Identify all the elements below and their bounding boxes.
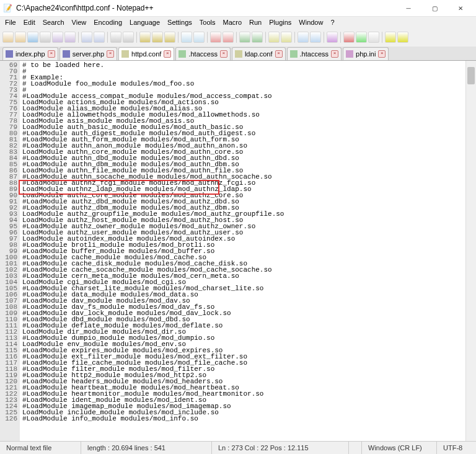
tab-close-icon[interactable]: ×	[331, 50, 338, 58]
status-eol: Windows (CR LF)	[362, 442, 437, 454]
title-bar: 📝 C:\Apache24\conf\httpd.conf - Notepad+…	[0, 0, 476, 17]
toolbar-button-30[interactable]	[310, 32, 321, 43]
toolbar-button-4[interactable]	[52, 32, 63, 43]
status-position: Ln : 273 Col : 22 Pos : 12.115	[212, 442, 349, 454]
toolbar	[0, 28, 476, 47]
toolbar-button-17[interactable]	[181, 32, 192, 43]
menu-item-plugins[interactable]: Plugins	[265, 17, 295, 27]
toolbar-button-8[interactable]	[94, 32, 105, 43]
menu-item-[interactable]: ?	[327, 17, 338, 27]
line-number-gutter: 6970717273747576777879808182838485868788…	[0, 61, 20, 441]
file-icon	[346, 50, 353, 58]
toolbar-button-10[interactable]	[110, 32, 121, 43]
toolbar-separator	[207, 32, 208, 43]
toolbar-separator	[294, 32, 295, 43]
editor-area[interactable]: 6970717273747576777879808182838485868788…	[0, 61, 476, 441]
toolbar-button-5[interactable]	[64, 32, 76, 43]
menu-item-search[interactable]: Search	[39, 17, 68, 27]
menu-item-window[interactable]: Window	[295, 17, 327, 27]
window-title: C:\Apache24\conf\httpd.conf - Notepad++	[16, 4, 395, 12]
tab-close-icon[interactable]: ×	[220, 50, 227, 58]
toolbar-button-29[interactable]	[298, 32, 309, 43]
toolbar-button-18[interactable]	[193, 32, 205, 43]
tab-label: .htaccess	[300, 50, 328, 58]
toolbar-button-20[interactable]	[210, 32, 221, 43]
toolbar-button-24[interactable]	[252, 32, 263, 43]
toolbar-button-39[interactable]	[397, 32, 408, 43]
menu-item-macro[interactable]: Macro	[219, 17, 245, 27]
window-controls: ─ ▢ ✕	[395, 0, 474, 16]
tab-indexphp[interactable]: index.php×	[2, 47, 58, 60]
status-filetype: Normal text file	[0, 442, 81, 454]
tab-close-icon[interactable]: ×	[164, 50, 171, 58]
toolbar-button-15[interactable]	[164, 32, 175, 43]
app-icon: 📝	[2, 3, 12, 13]
menu-item-view[interactable]: View	[68, 17, 90, 27]
toolbar-separator	[107, 32, 108, 43]
file-icon	[6, 50, 13, 58]
menu-item-settings[interactable]: Settings	[164, 17, 196, 27]
toolbar-button-1[interactable]	[15, 32, 26, 43]
tab-serverphp[interactable]: server.php×	[60, 47, 117, 60]
tab-label: .htaccess	[188, 50, 217, 58]
tab-close-icon[interactable]: ×	[48, 50, 55, 58]
tab-phpini[interactable]: php.ini×	[343, 47, 389, 60]
tab-bar: index.php×server.php×httpd.conf×.htacces…	[0, 47, 476, 61]
toolbar-separator	[265, 32, 266, 43]
toolbar-separator	[236, 32, 237, 43]
toolbar-button-2[interactable]	[27, 32, 38, 43]
toolbar-button-21[interactable]	[223, 32, 234, 43]
menu-item-file[interactable]: File	[1, 17, 20, 27]
file-icon	[235, 50, 242, 58]
tab-label: httpd.conf	[131, 50, 161, 58]
tab-httpdconf[interactable]: httpd.conf×	[118, 47, 174, 60]
tab-label: php.ini	[356, 50, 376, 58]
tab-label: ldap.conf	[245, 50, 273, 58]
toolbar-button-27[interactable]	[281, 32, 292, 43]
tab-label: server.php	[73, 50, 104, 58]
file-icon	[121, 50, 129, 58]
tab-label: index.php	[15, 50, 45, 58]
toolbar-button-23[interactable]	[239, 32, 250, 43]
vertical-scrollbar[interactable]	[465, 61, 476, 441]
status-bar: Normal text file length : 20.694 lines :…	[0, 441, 476, 454]
toolbar-button-3[interactable]	[40, 32, 51, 43]
toolbar-separator	[78, 32, 79, 43]
menu-item-encoding[interactable]: Encoding	[90, 17, 126, 27]
file-icon	[63, 50, 70, 58]
toolbar-button-34[interactable]	[343, 32, 355, 43]
file-icon	[178, 50, 186, 58]
toolbar-button-7[interactable]	[81, 32, 92, 43]
toolbar-button-26[interactable]	[268, 32, 280, 43]
tab-ldapconf[interactable]: ldap.conf×	[232, 47, 286, 60]
menu-bar: FileEditSearchViewEncodingLanguageSettin…	[0, 17, 476, 28]
toolbar-button-13[interactable]	[139, 32, 151, 43]
toolbar-button-36[interactable]	[368, 32, 379, 43]
toolbar-button-11[interactable]	[123, 32, 134, 43]
maximize-button[interactable]: ▢	[421, 0, 447, 16]
menu-item-run[interactable]: Run	[245, 17, 265, 27]
toolbar-button-14[interactable]	[152, 32, 163, 43]
menu-item-language[interactable]: Language	[126, 17, 164, 27]
tab-close-icon[interactable]: ×	[107, 50, 114, 58]
toolbar-button-0[interactable]	[2, 32, 14, 43]
code-content[interactable]: # to be loaded here.## Example:# LoadMod…	[20, 61, 465, 441]
toolbar-separator	[178, 32, 178, 43]
tab-close-icon[interactable]: ×	[275, 50, 283, 58]
toolbar-separator	[382, 32, 382, 43]
tab-htaccess[interactable]: .htaccess×	[287, 47, 342, 60]
status-encoding: UTF-8	[437, 442, 476, 454]
close-button[interactable]: ✕	[447, 0, 474, 16]
toolbar-button-32[interactable]	[327, 32, 338, 43]
tab-htaccess[interactable]: .htaccess×	[175, 47, 230, 60]
toolbar-button-38[interactable]	[385, 32, 396, 43]
toolbar-separator	[324, 32, 324, 43]
toolbar-button-35[interactable]	[356, 32, 367, 43]
menu-item-tools[interactable]: Tools	[196, 17, 219, 27]
menu-item-edit[interactable]: Edit	[20, 17, 39, 27]
scrollbar-thumb[interactable]	[467, 67, 475, 84]
toolbar-separator	[136, 32, 137, 43]
tab-close-icon[interactable]: ×	[378, 50, 386, 58]
file-icon	[290, 50, 298, 58]
minimize-button[interactable]: ─	[395, 0, 421, 16]
